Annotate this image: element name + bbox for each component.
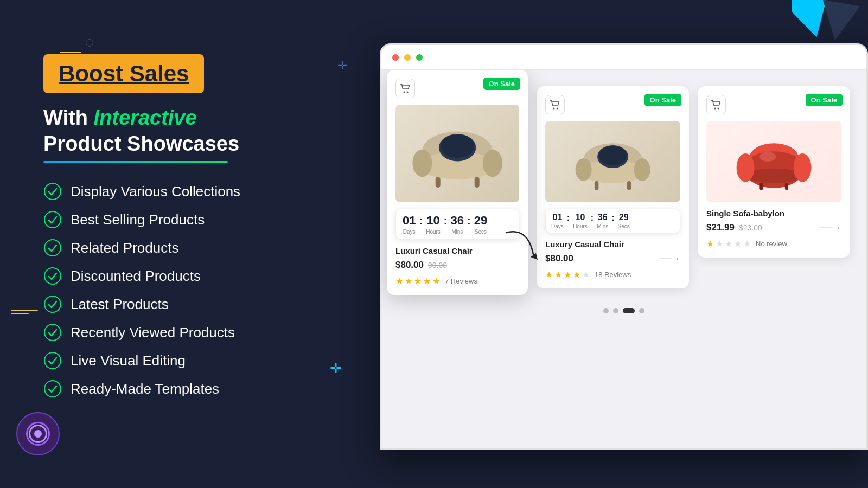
feature-label-7: Live Visual Editing: [71, 352, 186, 369]
check-icon-1: [43, 182, 62, 201]
middle-product-card: On Sale: [537, 86, 689, 288]
product-price-middle: $80.00 ──→: [545, 253, 680, 264]
feature-item-3: Related Products: [43, 239, 369, 257]
svg-point-23: [576, 158, 592, 181]
svg-point-13: [483, 150, 502, 177]
logo: [16, 412, 60, 455]
feature-item-7: Live Visual Editing: [43, 351, 369, 370]
svg-point-8: [404, 92, 405, 93]
feature-item-8: Ready-Made Templates: [43, 380, 369, 398]
reviews-middle: 18 Reviews: [595, 271, 631, 279]
browser-frame: On Sale: [380, 43, 868, 450]
svg-point-5: [44, 324, 61, 341]
svg-rect-14: [435, 177, 440, 188]
cart-icon-right[interactable]: [706, 95, 726, 114]
feature-item-6: Recently Viewed Products: [43, 323, 369, 342]
svg-point-3: [44, 268, 61, 284]
feature-item-2: Best Selling Products: [43, 210, 369, 229]
svg-point-7: [44, 381, 61, 397]
svg-point-36: [794, 153, 812, 182]
svg-point-37: [760, 152, 776, 162]
bg-lines-decoration: [11, 310, 38, 314]
on-sale-badge-right: On Sale: [806, 94, 843, 106]
svg-point-35: [737, 153, 755, 182]
check-icon-3: [43, 239, 62, 257]
star-5: ★: [432, 276, 440, 286]
right-product-card: On Sale: [698, 86, 850, 258]
check-icon-5: [43, 295, 62, 313]
svg-rect-25: [595, 181, 599, 190]
price-old-featured: 90.00: [428, 261, 447, 269]
on-sale-badge-featured: On Sale: [483, 78, 520, 90]
bg-line-decoration: [60, 52, 81, 53]
dot-4[interactable]: [639, 308, 644, 313]
dot-3-active[interactable]: [623, 308, 635, 313]
svg-point-30: [718, 108, 719, 110]
browser-dot-yellow: [404, 54, 411, 61]
svg-rect-15: [474, 177, 479, 188]
feature-label-3: Related Products: [71, 240, 178, 256]
svg-point-19: [553, 108, 555, 110]
svg-point-6: [44, 352, 61, 369]
feature-label-6: Recently Viewed Products: [71, 324, 235, 341]
price-arrow-middle: ──→: [659, 254, 680, 264]
dot-2[interactable]: [613, 308, 618, 313]
countdown-hours-featured: 10 Hours: [426, 214, 441, 235]
cart-icon-middle[interactable]: [545, 95, 565, 114]
product-image-featured: [395, 105, 519, 202]
headline: With Interactive Product Showcases: [43, 105, 369, 157]
check-icon-7: [43, 351, 62, 370]
cart-icon-featured[interactable]: [395, 79, 415, 98]
svg-point-4: [44, 296, 61, 312]
countdown-mins-featured: 36 Mins: [451, 214, 464, 235]
headline-interactive: Interactive: [94, 106, 197, 129]
stars-middle: ★ ★ ★ ★ ★ 18 Reviews: [545, 269, 680, 280]
svg-point-20: [557, 108, 558, 110]
feature-label-2: Best Selling Products: [71, 211, 205, 228]
svg-point-12: [412, 150, 432, 177]
right-panel: On Sale: [380, 43, 868, 450]
browser-dot-green: [416, 54, 423, 61]
stars-featured: ★ ★ ★ ★ ★ 7 Reviews: [395, 276, 519, 286]
countdown-secs-featured: 29 Secs: [474, 214, 487, 235]
price-main-right: $21.99: [706, 222, 735, 233]
product-name-middle: Luxury Casual Chair: [545, 240, 680, 249]
boost-badge: Boost Sales: [43, 54, 204, 93]
reviews-featured: 7 Reviews: [445, 277, 477, 285]
svg-rect-38: [760, 183, 763, 190]
svg-point-29: [714, 108, 716, 110]
stars-right: ★ ★ ★ ★ ★ No review: [706, 239, 841, 249]
svg-point-17: [441, 134, 474, 158]
headline-before: With: [43, 106, 88, 129]
logo-spiral: [26, 422, 50, 446]
curved-arrow: [501, 227, 544, 267]
left-panel: Boost Sales With Interactive Product Sho…: [43, 54, 369, 398]
svg-rect-39: [785, 183, 788, 190]
product-name-right: Single Sofa-babylon: [706, 209, 841, 218]
check-icon-6: [43, 323, 62, 342]
star-4: ★: [423, 276, 431, 286]
price-main-middle: $80.00: [545, 253, 573, 264]
countdown-days-featured: 01 Days: [403, 214, 416, 235]
product-image-right: [706, 121, 841, 202]
check-icon-4: [43, 267, 62, 285]
svg-point-2: [44, 240, 61, 256]
pagination-dots: [392, 308, 856, 313]
countdown-middle: 01 Days : 10 Hours : 36 Mins: [545, 209, 680, 233]
boost-badge-text: Boost Sales: [59, 61, 189, 86]
price-main-featured: $80.00: [395, 260, 424, 271]
svg-point-0: [44, 183, 61, 200]
feature-item-1: Display Various Collections: [43, 182, 369, 201]
browser-dot-red: [392, 54, 399, 61]
dot-1[interactable]: [603, 308, 609, 313]
product-image-middle: [545, 121, 680, 202]
feature-label-5: Latest Products: [71, 296, 169, 313]
feature-list: Display Various Collections Best Selling…: [43, 182, 369, 398]
svg-marker-18: [531, 253, 538, 260]
star-1: ★: [395, 276, 403, 286]
browser-content: On Sale: [381, 70, 866, 448]
feature-item-5: Latest Products: [43, 295, 369, 313]
product-price-right: $21.99 $23.00 ──→: [706, 222, 841, 233]
on-sale-badge-middle: On Sale: [644, 94, 681, 106]
star-3: ★: [414, 276, 422, 286]
